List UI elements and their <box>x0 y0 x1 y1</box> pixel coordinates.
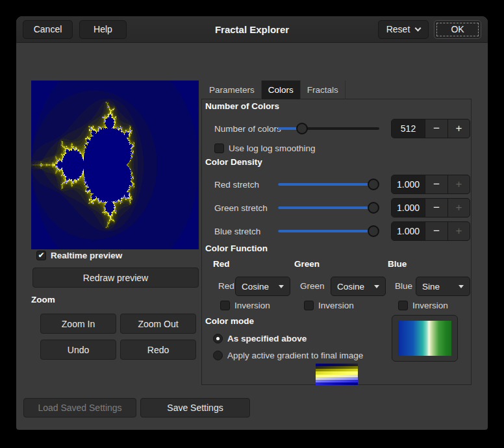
green-function-label: Green <box>300 281 325 291</box>
save-settings-button[interactable]: Save Settings <box>140 398 250 417</box>
color-mode-gradient-radio[interactable]: Apply active gradient to final image <box>213 351 363 360</box>
red-stretch-value[interactable]: 1.000 <box>392 175 425 193</box>
redraw-preview-button[interactable]: Redraw preview <box>32 268 199 288</box>
tab-bar: Parameters Colors Fractals <box>203 81 346 99</box>
red-inversion-checkbox[interactable]: Inversion <box>220 301 270 310</box>
color-function-heading: Color Function <box>205 243 268 253</box>
ncolors-increment-button[interactable]: + <box>447 119 470 138</box>
number-of-colors-heading: Number of Colors <box>205 101 279 111</box>
radio-unselected-icon[interactable] <box>213 351 223 360</box>
red-stretch-spinbutton: 1.000 − + <box>391 175 470 194</box>
red-channel-heading: Red <box>213 259 230 269</box>
red-stretch-increment-button[interactable]: + <box>447 175 470 193</box>
cancel-button[interactable]: Cancel <box>23 20 73 39</box>
dropdown-arrow-icon <box>374 285 379 288</box>
checkbox-empty-icon[interactable] <box>214 143 224 153</box>
checkbox-empty-icon[interactable] <box>304 301 314 310</box>
blue-stretch-decrement-button[interactable]: − <box>425 222 447 240</box>
red-stretch-decrement-button[interactable]: − <box>425 175 447 193</box>
dropdown-arrow-icon <box>279 285 284 288</box>
blue-stretch-slider[interactable] <box>278 225 379 237</box>
slider-handle[interactable] <box>368 202 379 214</box>
titlebar[interactable]: Cancel Help Fractal Explorer Reset OK <box>16 16 488 43</box>
green-stretch-value[interactable]: 1.000 <box>392 199 425 217</box>
loglog-smoothing-label: Use log log smoothing <box>229 143 316 153</box>
redo-button[interactable]: Redo <box>120 340 196 360</box>
blue-stretch-increment-button[interactable]: + <box>447 222 470 240</box>
blue-function-dropdown[interactable]: Sine <box>416 277 470 296</box>
color-density-heading: Color Density <box>205 157 262 167</box>
ncolors-decrement-button[interactable]: − <box>425 119 447 138</box>
green-stretch-spinbutton: 1.000 − + <box>391 198 470 218</box>
green-stretch-decrement-button[interactable]: − <box>425 199 447 217</box>
green-stretch-increment-button[interactable]: + <box>447 199 470 217</box>
tab-fractals[interactable]: Fractals <box>301 81 346 99</box>
red-stretch-slider[interactable] <box>278 179 379 190</box>
ncolors-spinbutton: 512 − + <box>391 119 470 138</box>
tab-colors[interactable]: Colors <box>262 81 301 99</box>
load-saved-settings-button[interactable]: Load Saved Settings <box>23 398 136 417</box>
number-of-colors-label: Number of colors <box>214 124 281 134</box>
screen-background: Cancel Help Fractal Explorer Reset OK ✔ … <box>0 0 504 448</box>
checkbox-empty-icon[interactable] <box>220 301 230 310</box>
color-mode-specified-radio[interactable]: As specified above <box>213 334 307 343</box>
ok-button[interactable]: OK <box>434 20 481 39</box>
blue-function-label: Blue <box>395 281 412 291</box>
green-channel-heading: Green <box>294 259 320 269</box>
dropdown-arrow-icon <box>459 285 464 288</box>
blue-stretch-label: Blue stretch <box>214 227 260 236</box>
zoom-out-button[interactable]: Zoom Out <box>120 314 196 334</box>
gradient-preview-button[interactable] <box>392 315 458 362</box>
fractal-preview[interactable] <box>31 81 199 249</box>
blue-stretch-spinbutton: 1.000 − + <box>391 221 470 241</box>
slider-handle[interactable] <box>296 123 308 134</box>
gradient-swatch <box>398 321 451 356</box>
reset-button[interactable]: Reset <box>378 20 429 39</box>
slider-handle[interactable] <box>368 179 379 190</box>
undo-button[interactable]: Undo <box>40 340 116 360</box>
green-function-dropdown[interactable]: Cosine <box>331 277 386 296</box>
ncolors-value[interactable]: 512 <box>392 119 425 138</box>
dialog-title: Fractal Explorer <box>215 24 289 35</box>
radio-selected-icon[interactable] <box>213 334 223 343</box>
realtime-preview-checkbox[interactable]: ✔ Realtime preview <box>36 251 122 260</box>
blue-inversion-checkbox[interactable]: Inversion <box>398 301 448 310</box>
help-button[interactable]: Help <box>79 20 127 39</box>
zoom-heading: Zoom <box>31 295 55 305</box>
chevron-down-icon <box>415 25 422 31</box>
loglog-smoothing-checkbox[interactable]: Use log log smoothing <box>214 143 316 153</box>
ncolors-slider[interactable] <box>278 123 379 134</box>
checkbox-check-icon[interactable]: ✔ <box>36 251 46 260</box>
realtime-preview-label: Realtime preview <box>51 251 122 260</box>
red-stretch-label: Red stretch <box>214 180 259 190</box>
green-inversion-checkbox[interactable]: Inversion <box>304 301 354 310</box>
zoom-in-button[interactable]: Zoom In <box>40 314 116 334</box>
red-function-dropdown[interactable]: Cosine <box>235 277 290 296</box>
colormap-preview <box>316 364 358 385</box>
color-mode-heading: Color mode <box>205 316 254 326</box>
checkbox-empty-icon[interactable] <box>398 301 408 310</box>
green-stretch-slider[interactable] <box>278 202 379 214</box>
blue-channel-heading: Blue <box>388 259 407 269</box>
red-function-label: Red <box>218 281 234 291</box>
tab-parameters[interactable]: Parameters <box>203 81 262 99</box>
green-stretch-label: Green stretch <box>214 203 268 213</box>
blue-stretch-value[interactable]: 1.000 <box>392 222 425 240</box>
fractal-explorer-dialog: Cancel Help Fractal Explorer Reset OK ✔ … <box>16 16 488 430</box>
slider-handle[interactable] <box>368 225 379 237</box>
